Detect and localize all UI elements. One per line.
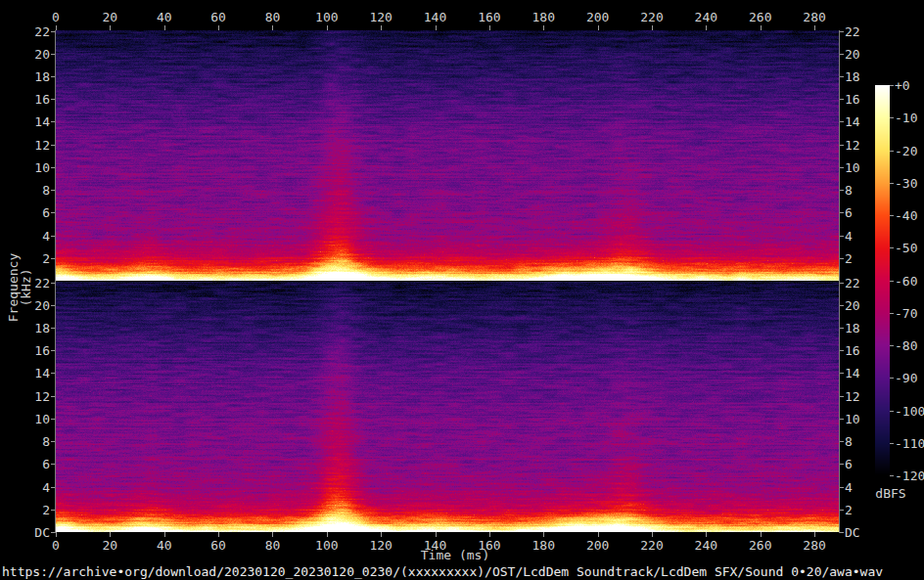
y-tick-label-right: DC: [845, 526, 860, 539]
x-tick-mark-bottom: [381, 532, 382, 537]
y-tick-mark-left: [51, 350, 55, 351]
x-tick-label-top: 80: [265, 11, 281, 23]
y-tick-label-right: 8: [845, 435, 853, 448]
y-tick-label-right: 22: [845, 24, 860, 37]
y-tick-mark-right: [840, 510, 844, 511]
x-tick-label-bottom: 240: [695, 539, 717, 552]
x-tick-mark-bottom: [652, 532, 653, 537]
y-tick-mark-right: [840, 283, 844, 284]
colorbar-tick-label: -90: [895, 372, 917, 384]
y-tick-label-left: 16: [17, 344, 50, 357]
colorbar-tick-label: +0: [895, 79, 910, 92]
y-tick-mark-left: [51, 283, 55, 284]
y-tick-mark-right: [840, 121, 844, 122]
colorbar-tick-label: -100: [895, 404, 924, 417]
colorbar-tick-label: -40: [895, 209, 917, 222]
colorbar-tick-mark: [890, 443, 894, 444]
x-tick-mark-bottom: [272, 532, 273, 537]
x-tick-label-bottom: 200: [586, 539, 609, 552]
y-tick-mark-left: [51, 258, 55, 259]
x-tick-mark-bottom: [327, 532, 328, 537]
x-tick-mark-top: [814, 25, 815, 30]
y-tick-label-right: 22: [845, 276, 860, 289]
y-tick-label-right: 2: [845, 503, 853, 515]
x-tick-label-top: 280: [803, 11, 825, 23]
x-tick-mark-top: [706, 25, 707, 30]
colorbar-tick-mark: [890, 183, 894, 184]
y-tick-mark-left: [51, 54, 55, 55]
x-tick-mark-top: [652, 25, 653, 30]
y-tick-mark-left: [51, 396, 55, 397]
y-tick-label-right: 12: [845, 389, 860, 402]
y-tick-mark-right: [840, 258, 844, 259]
y-tick-mark-left: [51, 145, 55, 146]
y-tick-mark-left: [51, 464, 55, 465]
colorbar-tick-label: -30: [895, 176, 917, 189]
y-tick-mark-left: [51, 121, 55, 122]
y-tick-mark-left: [51, 76, 55, 77]
x-tick-label-bottom: 40: [157, 539, 172, 552]
y-tick-mark-right: [840, 532, 844, 533]
y-tick-label-left: 8: [17, 184, 50, 197]
x-tick-label-bottom: 160: [478, 539, 500, 552]
y-tick-label-right: 12: [845, 138, 860, 151]
y-tick-mark-left: [51, 212, 55, 213]
x-tick-label-bottom: 180: [532, 539, 555, 552]
y-tick-label-left: 18: [17, 70, 50, 83]
x-tick-label-bottom: 100: [315, 539, 338, 552]
x-tick-mark-bottom: [489, 532, 490, 537]
x-tick-label-top: 100: [315, 11, 338, 23]
y-tick-label-right: 16: [845, 93, 860, 106]
y-tick-label-left: 12: [17, 138, 50, 151]
y-tick-mark-right: [840, 464, 844, 465]
y-tick-label-left: 22: [17, 276, 50, 289]
y-tick-mark-left: [51, 487, 55, 488]
spectrogram-canvas-right-channel: [56, 282, 839, 532]
y-tick-label-left: 2: [17, 503, 50, 515]
y-tick-mark-left: [51, 236, 55, 237]
y-tick-label-right: 10: [845, 160, 860, 173]
x-tick-mark-bottom: [164, 532, 165, 537]
colorbar-tick-label: -110: [895, 436, 924, 449]
x-tick-mark-bottom: [436, 532, 437, 537]
y-tick-mark-left: [51, 31, 55, 32]
colorbar-tick-mark: [890, 281, 894, 282]
x-tick-label-bottom: 140: [424, 539, 446, 552]
y-tick-label-left: 14: [17, 367, 50, 379]
x-tick-mark-top: [272, 25, 273, 30]
y-tick-mark-right: [840, 373, 844, 374]
x-tick-label-bottom: 0: [52, 539, 60, 552]
x-tick-mark-top: [489, 25, 490, 30]
x-tick-mark-bottom: [543, 532, 544, 537]
y-tick-mark-right: [840, 54, 844, 55]
y-tick-label-left: 18: [17, 322, 50, 335]
x-tick-mark-top: [110, 25, 111, 30]
y-tick-label-right: 8: [845, 184, 853, 197]
y-tick-mark-right: [840, 350, 844, 351]
colorbar-tick-label: -70: [895, 306, 917, 319]
y-tick-label-right: 20: [845, 47, 860, 60]
x-tick-mark-top: [761, 25, 762, 30]
colorbar-tick-mark: [890, 151, 894, 152]
colorbar-tick-label: -20: [895, 144, 917, 156]
colorbar-tick-mark: [890, 475, 894, 476]
x-tick-label-bottom: 20: [103, 539, 118, 552]
colorbar-tick-mark: [890, 117, 894, 118]
y-tick-label-left: 20: [17, 298, 50, 311]
x-tick-label-top: 200: [586, 11, 609, 23]
y-tick-label-right: 16: [845, 344, 860, 357]
y-tick-label-left: 16: [17, 93, 50, 106]
x-tick-label-top: 0: [52, 11, 60, 23]
y-tick-mark-left: [51, 510, 55, 511]
x-tick-mark-top: [436, 25, 437, 30]
y-tick-label-right: 18: [845, 70, 860, 83]
y-tick-mark-right: [840, 236, 844, 237]
y-tick-mark-right: [840, 396, 844, 397]
x-tick-label-top: 60: [210, 11, 226, 23]
y-tick-mark-left: [51, 99, 55, 100]
x-tick-mark-top: [56, 25, 57, 30]
x-tick-mark-top: [381, 25, 382, 30]
y-tick-label-right: 6: [845, 206, 853, 219]
y-tick-label-left: 8: [17, 435, 50, 448]
colorbar-tick-mark: [890, 345, 894, 346]
